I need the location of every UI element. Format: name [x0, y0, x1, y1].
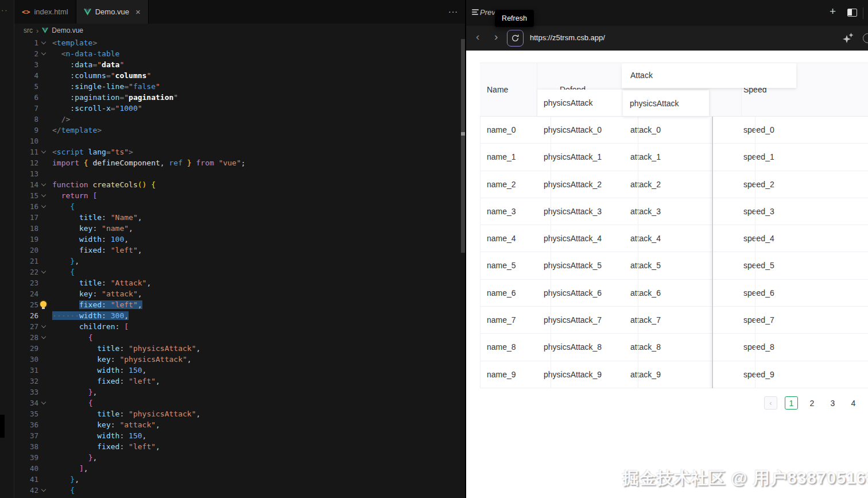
code-line[interactable]: 7 :scroll-x="1000": [14, 103, 465, 114]
code-line[interactable]: 27 children: [: [14, 321, 465, 332]
fold-chevron-icon[interactable]: [41, 203, 46, 208]
editor-actions-more-icon[interactable]: ···: [448, 7, 458, 16]
table-cell: name_5: [487, 252, 516, 279]
code-line[interactable]: 36 key: "attack",: [14, 419, 465, 430]
code-line[interactable]: 30 key: "physicsAttack",: [14, 354, 465, 365]
table-row[interactable]: name_1physicsAttack_1attack_1speed_1: [480, 144, 868, 171]
sparkles-icon[interactable]: [843, 33, 854, 46]
code-line[interactable]: 5 :single-line="false": [14, 81, 465, 92]
code-line[interactable]: 17 title: "Name",: [14, 212, 465, 223]
code-line[interactable]: 2 <n-data-table: [14, 48, 465, 59]
code-line[interactable]: 21 },: [14, 256, 465, 267]
code-line[interactable]: 28 {: [14, 332, 465, 343]
table-row[interactable]: name_3physicsAttack_3attack_3speed_3: [480, 198, 868, 225]
code-line[interactable]: 18 key: "name",: [14, 223, 465, 234]
more-icon[interactable]: ··: [1, 6, 9, 14]
code-text: {: [52, 267, 75, 277]
refresh-icon: [511, 34, 520, 43]
code-line[interactable]: 15 return [: [14, 190, 465, 201]
code-line[interactable]: 8 />: [14, 114, 465, 125]
pagination-page-4[interactable]: 4: [847, 396, 860, 410]
pagination-prev-button[interactable]: ‹: [764, 396, 777, 410]
line-number: 2: [14, 48, 38, 59]
fold-chevron-icon[interactable]: [41, 323, 46, 328]
close-icon[interactable]: ×: [135, 7, 141, 17]
code-line[interactable]: 39 },: [14, 452, 465, 463]
code-line[interactable]: 10: [14, 136, 465, 146]
code-line[interactable]: 24 key: "attack",: [14, 288, 465, 299]
split-panel-icon[interactable]: [847, 9, 857, 17]
code-line[interactable]: 11<script lang="ts">: [14, 146, 465, 157]
code-line[interactable]: 41 },: [14, 474, 465, 485]
table-row[interactable]: name_7physicsAttack_7attack_7speed_7: [480, 307, 868, 334]
fold-chevron-icon[interactable]: [41, 149, 46, 153]
table-row[interactable]: name_5physicsAttack_5attack_5speed_5: [480, 252, 868, 279]
code-line[interactable]: 34 {: [14, 397, 465, 408]
code-line[interactable]: 25 fixed: "left",: [14, 299, 465, 310]
code-text: {: [52, 397, 92, 408]
table-row[interactable]: name_8physicsAttack_8attack_8speed_8: [480, 334, 868, 361]
code-line[interactable]: 19 width: 100,: [14, 234, 465, 245]
fold-chevron-icon[interactable]: [41, 51, 46, 55]
code-line[interactable]: 12import { defineComponent, ref } from "…: [14, 157, 465, 168]
table-cell: physicsAttack_5: [544, 252, 602, 279]
table-row[interactable]: name_2physicsAttack_2attack_2speed_2: [480, 171, 868, 198]
table-row[interactable]: name_4physicsAttack_4attack_4speed_4: [480, 225, 868, 252]
pagination-page-1[interactable]: 1: [785, 396, 798, 410]
tab-index-html[interactable]: <> index.html: [14, 0, 76, 24]
table-row[interactable]: name_0physicsAttack_0attack_0speed_0: [480, 117, 868, 144]
code-line[interactable]: 16 {: [14, 201, 465, 212]
code-line[interactable]: 22 {: [14, 267, 465, 277]
editor-scrollbar[interactable]: [461, 39, 465, 253]
code-line[interactable]: 40 ],: [14, 463, 465, 474]
code-line[interactable]: 26······width: 300,: [14, 310, 465, 321]
lightbulb-icon[interactable]: [40, 301, 46, 307]
code-line[interactable]: 3 :data="data": [14, 59, 465, 70]
table-cell: attack_4: [630, 225, 661, 252]
breadcrumb-file[interactable]: Demo.vue: [52, 26, 83, 34]
url-field[interactable]: https://z5trsm.csb.app/: [530, 33, 605, 42]
fold-chevron-icon[interactable]: [41, 182, 46, 186]
forward-arrow-icon[interactable]: ›: [494, 30, 498, 43]
code-line[interactable]: 42 {: [14, 485, 465, 496]
breadcrumb-root[interactable]: src: [24, 26, 33, 34]
line-number: 11: [14, 146, 38, 157]
code-line[interactable]: 6 :pagination="pagination": [14, 92, 465, 103]
pagination-page-3[interactable]: 3: [826, 396, 839, 410]
page-content: Name Defend Speed physicsAttack physicsA…: [466, 51, 868, 498]
code-line[interactable]: 37 width: 150,: [14, 430, 465, 441]
code-line[interactable]: 29 title: "physicsAttack",: [14, 343, 465, 354]
code-line[interactable]: 38 fixed: "left",: [14, 441, 465, 452]
code-area[interactable]: 1<template>2 <n-data-table3 :data="data"…: [14, 37, 465, 496]
fold-chevron-icon[interactable]: [41, 334, 46, 339]
inspect-icon[interactable]: [863, 33, 868, 43]
code-line[interactable]: 32 fixed: "left",: [14, 376, 465, 387]
code-line[interactable]: 4 :columns="columns": [14, 70, 465, 81]
code-line[interactable]: 1<template>: [14, 37, 465, 48]
code-line[interactable]: 31 width: 150,: [14, 365, 465, 376]
code-line[interactable]: 14function createCols() {: [14, 179, 465, 190]
fold-chevron-icon[interactable]: [41, 400, 46, 404]
fold-chevron-icon[interactable]: [41, 40, 46, 44]
activity-bar: ··: [0, 0, 14, 498]
refresh-button[interactable]: [507, 30, 524, 47]
table-row[interactable]: name_9physicsAttack_9attack_9speed_9: [480, 361, 868, 388]
line-number: 3: [14, 59, 38, 70]
code-line[interactable]: 35 title: "physicsAttack",: [14, 408, 465, 419]
code-line[interactable]: 9</template>: [14, 125, 465, 136]
code-line[interactable]: 20 fixed: "left",: [14, 245, 465, 256]
code-text: children: [: [52, 321, 129, 332]
pagination-page-2[interactable]: 2: [805, 396, 819, 410]
code-line[interactable]: 13: [14, 168, 465, 179]
new-tab-plus-icon[interactable]: +: [830, 5, 836, 18]
tab-demo-vue[interactable]: Demo.vue ×: [76, 0, 149, 24]
vue-icon: [84, 9, 91, 16]
fold-chevron-icon[interactable]: [41, 487, 46, 492]
table-row[interactable]: name_6physicsAttack_6attack_6speed_6: [480, 280, 868, 307]
fold-chevron-icon[interactable]: [41, 269, 46, 273]
fold-chevron-icon[interactable]: [41, 192, 46, 197]
code-line[interactable]: 23 title: "Attack",: [14, 277, 465, 288]
code-line[interactable]: 33 },: [14, 387, 465, 397]
preview-tab-label[interactable]: Prev: [480, 8, 495, 17]
back-arrow-icon[interactable]: ‹: [476, 30, 479, 43]
